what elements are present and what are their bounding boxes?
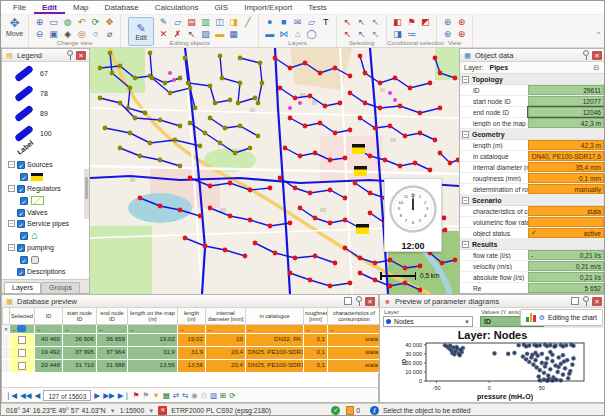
last-record-button[interactable]: ▶❘ bbox=[118, 389, 130, 402]
chevron-down-icon[interactable]: ▼ bbox=[148, 408, 154, 414]
column-header[interactable]: end node ID bbox=[97, 308, 128, 325]
property-value[interactable]: 12077 bbox=[528, 96, 604, 106]
table-row[interactable]: 40 46036 60636 65919,0219,0210DN32, PA0,… bbox=[3, 334, 381, 347]
table-cell[interactable]: 20 448 bbox=[35, 360, 63, 373]
table-cell[interactable]: 0,1 bbox=[304, 360, 328, 373]
table-cell[interactable]: 10 bbox=[206, 334, 246, 347]
table-cell[interactable]: stala bbox=[328, 347, 381, 360]
legend-item-regulators[interactable]: –✓Regulators bbox=[8, 183, 89, 194]
table-cell[interactable]: 36 659 bbox=[97, 334, 128, 347]
pin-icon[interactable] bbox=[66, 50, 73, 60]
table-cell[interactable]: 20,4 bbox=[206, 347, 246, 360]
table-cell[interactable]: 40 460 bbox=[35, 334, 63, 347]
bookmark-icon[interactable]: ⚑ bbox=[133, 389, 140, 402]
collapse-icon[interactable]: – bbox=[8, 161, 15, 168]
collapse-icon[interactable]: – bbox=[462, 241, 469, 248]
pin-icon[interactable] bbox=[355, 296, 362, 306]
property-row[interactable]: object status✓active bbox=[460, 228, 605, 239]
fast-forward-button[interactable]: ▶▶ bbox=[103, 389, 115, 402]
fast-rewind-button[interactable]: ◀◀ bbox=[20, 389, 32, 402]
refresh-icon[interactable]: ⟳ bbox=[229, 389, 235, 402]
view-show-icon[interactable]: ⊛ bbox=[441, 17, 454, 28]
filter-cell[interactable]: – bbox=[178, 325, 206, 334]
symbol-checkbox[interactable]: ✓ bbox=[20, 232, 28, 240]
table-cell[interactable]: 37 964 bbox=[97, 347, 128, 360]
find-record-icon[interactable]: ◉ bbox=[191, 389, 198, 402]
property-row[interactable]: internal diameter (mm)35,4 mm bbox=[460, 162, 605, 173]
section-header-results[interactable]: –Results bbox=[460, 239, 605, 250]
filter-cell[interactable]: – bbox=[10, 325, 35, 334]
legend-item-descriptions[interactable]: ✓Descriptions bbox=[8, 266, 89, 277]
filter-cell[interactable]: – bbox=[35, 325, 63, 334]
property-value[interactable]: 29611 bbox=[528, 85, 604, 95]
property-value[interactable]: 35,4 mm bbox=[528, 162, 604, 172]
map-scale-value[interactable]: 1:15900 bbox=[120, 407, 145, 414]
property-row[interactable]: ID29611 bbox=[460, 85, 605, 96]
collapse-icon[interactable]: – bbox=[462, 76, 469, 83]
export-table-icon[interactable]: ⊟ bbox=[592, 63, 601, 72]
symbol-checkbox[interactable]: ✓ bbox=[20, 173, 28, 181]
row-checkbox[interactable] bbox=[18, 362, 26, 370]
section-header-topology[interactable]: –Topology bbox=[460, 74, 605, 85]
property-row[interactable]: velocity (m/s)0,21 m/s bbox=[460, 261, 605, 272]
layer-checkbox[interactable]: ✓ bbox=[17, 220, 25, 228]
select-for-edit-icon[interactable]: ▱ bbox=[171, 17, 184, 28]
table-cell[interactable]: 13,56 bbox=[128, 360, 178, 373]
goto-bookmark-icon[interactable]: ⚑ bbox=[142, 389, 149, 402]
filter-cell[interactable]: – bbox=[206, 325, 246, 334]
select-to-map-icon[interactable]: ⇄ bbox=[173, 389, 179, 402]
layer-checkbox[interactable]: ✓ bbox=[17, 268, 25, 276]
filter-cell[interactable]: – bbox=[128, 325, 178, 334]
table-cell[interactable]: 20,4 bbox=[206, 360, 246, 373]
collapse-icon[interactable]: – bbox=[462, 197, 469, 204]
layer-checkbox[interactable]: ✓ bbox=[17, 161, 25, 169]
previous-view-icon[interactable]: ↶ bbox=[75, 17, 88, 28]
property-row[interactable]: roughness (mm)0,1 mm bbox=[460, 173, 605, 184]
layer-checkbox[interactable]: ✓ bbox=[17, 244, 25, 252]
property-value[interactable]: 0,21 l/s bbox=[528, 272, 604, 282]
column-header[interactable]: in catalogue bbox=[246, 308, 304, 325]
symbol-checkbox[interactable]: ✓ bbox=[20, 256, 28, 264]
property-row[interactable]: flow rate (l/s)-0,21 l/s bbox=[460, 250, 605, 261]
legend-item-sources[interactable]: –✓Sources bbox=[8, 159, 89, 170]
first-record-button[interactable]: ❘◀ bbox=[5, 389, 17, 402]
edit-chart-button[interactable]: ⚙ Editing the chart bbox=[520, 309, 603, 326]
draw-pipe-icon[interactable]: ╱ bbox=[241, 17, 254, 28]
select-remove-icon[interactable]: ↖ bbox=[369, 17, 382, 28]
print-icon[interactable]: ⎙ bbox=[201, 389, 207, 402]
map-to-select-icon[interactable]: ⇆ bbox=[182, 389, 188, 402]
property-value[interactable]: stala bbox=[528, 206, 604, 216]
table-cell[interactable]: 0,1 bbox=[304, 334, 328, 347]
table-cell[interactable]: 0,1 bbox=[304, 347, 328, 360]
property-value[interactable]: 42,3 m bbox=[528, 140, 604, 150]
merge-objects-icon[interactable]: ▥ bbox=[199, 17, 212, 28]
legend-item-service-pipes[interactable]: –✓Service pipes bbox=[8, 218, 89, 229]
property-value[interactable]: 42,3 m bbox=[528, 118, 604, 128]
table-cell[interactable]: 31 688 bbox=[97, 360, 128, 373]
table-cell[interactable]: 19 492 bbox=[35, 347, 63, 360]
layer-checkbox[interactable]: ✓ bbox=[17, 209, 25, 217]
zoom-in-icon[interactable]: ⊕ bbox=[33, 17, 46, 28]
pin-icon[interactable] bbox=[582, 296, 589, 306]
menu-file[interactable]: File bbox=[5, 1, 34, 14]
menu-edit[interactable]: Edit bbox=[34, 1, 65, 14]
section-header-geometry[interactable]: –Geometry bbox=[460, 129, 605, 140]
property-value[interactable]: 5 652 bbox=[528, 283, 604, 293]
column-header[interactable]: length on the map (m) bbox=[128, 308, 178, 325]
refresh-view-icon[interactable]: ⟳ bbox=[89, 17, 102, 28]
text-tool-icon[interactable]: T bbox=[319, 17, 332, 28]
property-row[interactable]: length (m)42,3 m bbox=[460, 140, 605, 151]
edit-table-icon[interactable]: ▦ bbox=[163, 389, 170, 402]
table-cell[interactable]: 31 710 bbox=[63, 360, 97, 373]
legend-item-valves[interactable]: ✓Valves bbox=[8, 207, 89, 218]
property-row[interactable]: Re5 652 bbox=[460, 283, 605, 293]
legend-scrollbar[interactable] bbox=[84, 169, 89, 219]
filter-cell[interactable]: – bbox=[63, 325, 97, 334]
table-cell[interactable]: stala bbox=[328, 334, 381, 347]
select-combo-icon[interactable]: ◩ bbox=[419, 17, 432, 28]
symbol-checkbox[interactable]: ✓ bbox=[20, 197, 28, 205]
column-header[interactable]: Selected bbox=[10, 308, 35, 325]
select-add-icon[interactable]: ↖ bbox=[355, 17, 368, 28]
next-record-button[interactable]: ▶ bbox=[94, 389, 100, 402]
select-one-icon[interactable]: ↖ bbox=[341, 17, 354, 28]
